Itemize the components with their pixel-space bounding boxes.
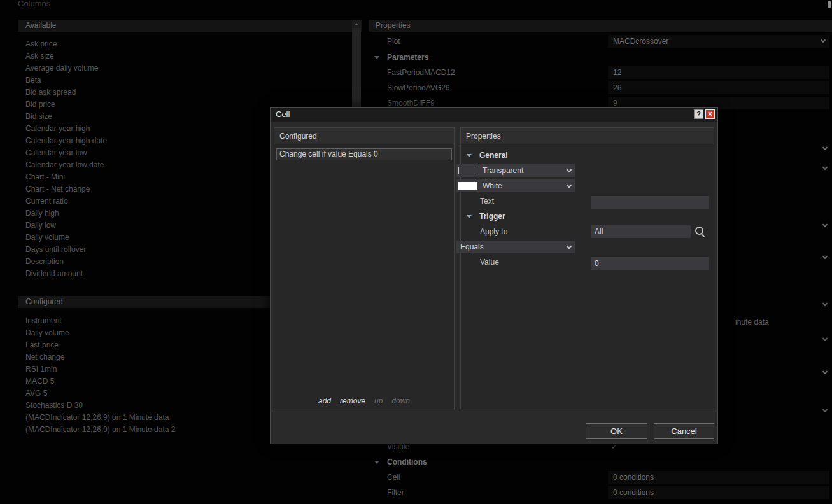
param-value: 26 xyxy=(613,83,621,92)
plot-row: Plot MACDcrossover xyxy=(369,34,832,49)
parameters-section-row[interactable]: Parameters xyxy=(369,50,832,65)
parameters-section-label: Parameters xyxy=(387,50,428,65)
collapse-triangle-icon[interactable] xyxy=(374,461,379,464)
plot-value: MACDcrossover xyxy=(613,37,668,46)
background-color-row: Color for background Transparent xyxy=(461,163,714,178)
condition-dropdown[interactable]: Equals xyxy=(456,241,575,253)
collapse-triangle-icon[interactable] xyxy=(467,154,472,157)
apply-to-row: Apply to xyxy=(461,224,714,239)
text-label: Text xyxy=(480,193,494,209)
general-section-row[interactable]: General xyxy=(461,148,714,163)
filter-label: Filter xyxy=(387,485,404,500)
available-list-item[interactable]: Bid ask spread xyxy=(18,87,349,99)
foreground-color-dropdown[interactable]: White xyxy=(456,179,575,192)
cell-properties-header: Properties xyxy=(461,128,714,144)
value-label: Value xyxy=(480,255,499,270)
dialog-title: Cell xyxy=(271,108,717,122)
scroll-up-icon xyxy=(355,23,358,25)
cell-conditions-value: 0 conditions xyxy=(613,473,654,482)
value-row: Value xyxy=(461,255,714,270)
window-control-mark[interactable] xyxy=(828,1,831,8)
apply-to-input[interactable] xyxy=(591,225,691,238)
cell-rule-item[interactable]: Change cell if value Equals 0 xyxy=(276,148,452,160)
condition-row: Condition Equals xyxy=(461,239,714,255)
cell-dialog: Cell ? × Configured Change cell if value… xyxy=(270,107,718,444)
collapse-triangle-icon[interactable] xyxy=(467,215,472,218)
window-title: Columns xyxy=(18,0,50,8)
scroll-up-button[interactable] xyxy=(352,20,361,28)
ok-button[interactable]: OK xyxy=(586,423,647,439)
filter-row: Filter 0 conditions xyxy=(369,485,832,500)
text-input[interactable] xyxy=(591,196,709,209)
conditions-section-label: Conditions xyxy=(387,454,427,470)
close-icon[interactable]: × xyxy=(705,109,715,119)
param-value-field[interactable]: 12 xyxy=(608,66,829,79)
dialog-titlebar[interactable]: Cell ? × xyxy=(271,108,717,122)
apply-to-label: Apply to xyxy=(480,224,507,239)
transparent-swatch-icon xyxy=(458,167,477,174)
background-color-dropdown[interactable]: Transparent xyxy=(456,164,575,177)
available-header: Available xyxy=(18,20,362,32)
param-row: FastPeriodMACD12 12 xyxy=(369,65,832,80)
value-input[interactable] xyxy=(591,257,709,270)
foreground-color-value: White xyxy=(483,178,502,193)
available-list-item[interactable]: Ask price xyxy=(18,38,349,50)
param-value: 12 xyxy=(613,68,621,77)
partial-dropdown-text[interactable]: inute data xyxy=(735,314,769,330)
background-color-value: Transparent xyxy=(483,163,523,178)
plot-dropdown[interactable]: MACDcrossover xyxy=(608,35,829,48)
available-list-item[interactable]: Beta xyxy=(18,74,349,87)
trigger-section-label: Trigger xyxy=(479,209,505,224)
collapse-triangle-icon[interactable] xyxy=(374,56,379,59)
condition-value: Equals xyxy=(460,239,484,255)
cell-configured-header: Configured xyxy=(274,128,454,144)
param-row: SlowPeriodAVG26 26 xyxy=(369,80,832,95)
add-button[interactable]: add xyxy=(318,396,331,405)
trigger-section-row[interactable]: Trigger xyxy=(461,209,714,224)
cell-conditions-field[interactable]: 0 conditions xyxy=(608,471,829,484)
chevron-down-icon xyxy=(567,244,572,249)
help-button[interactable]: ? xyxy=(694,109,703,119)
param-label: FastPeriodMACD12 xyxy=(387,65,455,80)
down-button[interactable]: down xyxy=(391,396,410,405)
properties-header: Properties xyxy=(369,20,832,32)
cell-rule-list: Change cell if value Equals 0 xyxy=(274,148,454,160)
search-icon[interactable] xyxy=(693,225,706,238)
cell-actions-bar: addremoveupdown xyxy=(274,396,454,405)
text-row: Text xyxy=(461,193,714,209)
plot-label: Plot xyxy=(387,34,400,49)
cell-configured-panel: Configured Change cell if value Equals 0… xyxy=(274,127,455,409)
cancel-button[interactable]: Cancel xyxy=(654,423,714,439)
white-swatch-icon xyxy=(458,182,477,190)
general-section-label: General xyxy=(479,148,508,163)
chevron-down-icon xyxy=(567,167,572,172)
conditions-section-row[interactable]: Conditions xyxy=(369,454,832,470)
chevron-down-icon xyxy=(567,183,572,188)
filter-conditions-field[interactable]: 0 conditions xyxy=(608,486,829,499)
available-list-item[interactable]: Average daily volume xyxy=(18,62,349,74)
remove-button[interactable]: remove xyxy=(340,396,365,405)
up-button[interactable]: up xyxy=(374,396,383,405)
param-label: SlowPeriodAVG26 xyxy=(387,80,450,95)
cell-label: Cell xyxy=(387,470,400,485)
foreground-color-row: Color for foreground White xyxy=(461,178,714,193)
param-value: 9 xyxy=(613,99,617,108)
cell-properties-panel: Properties General Color for background … xyxy=(460,127,714,409)
filter-conditions-value: 0 conditions xyxy=(613,488,654,497)
cell-row: Cell 0 conditions xyxy=(369,470,832,485)
chevron-down-icon xyxy=(821,38,826,43)
available-list-item[interactable]: Ask size xyxy=(18,50,349,62)
param-value-field[interactable]: 26 xyxy=(608,81,829,94)
